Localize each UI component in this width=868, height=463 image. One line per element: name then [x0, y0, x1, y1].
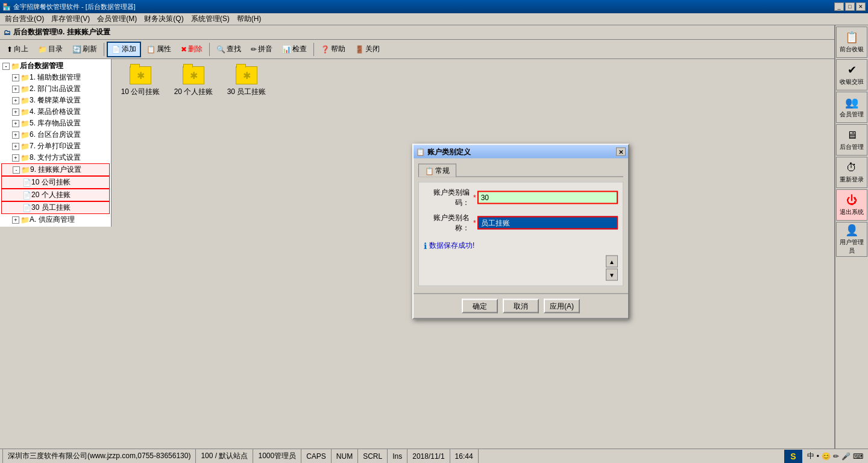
- btn-dir[interactable]: 📁 目录: [34, 42, 67, 57]
- expand-icon-6[interactable]: +: [12, 131, 19, 139]
- sidebar-label-8: 8. 支付方式设置: [30, 153, 81, 163]
- menu-help[interactable]: 帮助(H): [233, 13, 265, 25]
- name-input[interactable]: [477, 216, 618, 230]
- expand-icon-7[interactable]: +: [12, 143, 19, 150]
- btn-up[interactable]: ⬆ 向上: [2, 42, 33, 57]
- folder-item-0[interactable]: ✱ 10 公司挂账: [116, 64, 165, 99]
- tab-general[interactable]: 📋 常规: [418, 164, 456, 177]
- info-icon: ℹ: [424, 241, 427, 250]
- sidebar-item-12[interactable]: 📄 30 员工挂账: [1, 201, 110, 214]
- btn-backend[interactable]: 🖥 后台管理: [836, 124, 867, 156]
- folder-icon-2: ✱: [236, 66, 257, 84]
- sidebar-item-6[interactable]: + 📁 6. 台区台房设置: [1, 129, 110, 140]
- expand-icon-13[interactable]: +: [12, 216, 19, 224]
- expand-icon-5[interactable]: +: [12, 120, 19, 127]
- code-label: 账户类别编码：: [424, 187, 472, 208]
- sidebar-item-9[interactable]: - 📁 9. 挂账账户设置: [1, 163, 110, 176]
- menu-system[interactable]: 系统管理(S): [187, 13, 233, 25]
- sidebar-item-11[interactable]: 📄 20 个人挂账: [1, 189, 110, 201]
- confirm-button[interactable]: 确定: [462, 299, 498, 313]
- btn-check[interactable]: 📊 检查: [278, 42, 311, 57]
- close-button[interactable]: ✕: [856, 2, 866, 11]
- folder-item-1[interactable]: ✱ 20 个人挂账: [169, 64, 218, 99]
- apply-button[interactable]: 应用(A): [544, 299, 580, 313]
- cashier-label: 前台收银: [840, 45, 864, 54]
- btn-exit[interactable]: ⏻ 退出系统: [836, 189, 867, 221]
- dialog-title-bar: 📋 账户类别定义 ✕: [414, 145, 628, 159]
- sidebar-label-9: 9. 挂账账户设置: [30, 165, 81, 175]
- btn-search[interactable]: 🔍 查找: [212, 42, 245, 57]
- user-icon: 👤: [845, 224, 858, 237]
- btn-props[interactable]: 📋 属性: [142, 42, 175, 57]
- folder-label-0: 10 公司挂账: [121, 87, 160, 97]
- menu-finance[interactable]: 财务决策(Q): [140, 13, 187, 25]
- btn-refresh[interactable]: 🔄 刷新: [68, 42, 101, 57]
- sidebar-item-7[interactable]: + 📁 7. 分单打印设置: [1, 140, 110, 152]
- folder-icon-9: 📁: [21, 166, 30, 174]
- btn-cashier[interactable]: 📋 前台收银: [836, 27, 867, 58]
- shift-icon: ✔: [848, 63, 857, 77]
- title-text: 🏪 金宇招牌餐饮管理软件 - [后台数据管理器]: [2, 2, 136, 11]
- expand-icon[interactable]: -: [2, 63, 10, 70]
- folder-item-2[interactable]: ✱ 30 员工挂账: [222, 64, 271, 99]
- sidebar-tree: - 📁 后台数据管理 + 📁 1. 辅助数据管理 + 📁 2. 部门出品设置 +…: [0, 59, 112, 227]
- sidebar-label-3: 3. 餐牌菜单设置: [30, 95, 81, 106]
- sidebar-item-5[interactable]: + 📁 5. 库存物品设置: [1, 118, 110, 129]
- btn-pinyin[interactable]: ✏ 拼音: [247, 42, 277, 57]
- menu-front[interactable]: 前台营业(O): [1, 13, 48, 25]
- dialog-tab-bar: 📋 常规: [418, 163, 623, 177]
- expand-icon-8[interactable]: +: [12, 154, 19, 162]
- expand-icon-4[interactable]: +: [12, 109, 19, 116]
- status-company: 深圳市三度软件有限公司(www.jzzp.com,0755-83656130): [2, 449, 196, 463]
- user-label: 用户管理员: [838, 238, 866, 255]
- dialog-footer: 确定 取消 应用(A): [414, 294, 628, 318]
- dialog-close-button[interactable]: ✕: [616, 148, 626, 156]
- btn-delete[interactable]: ✖ 删除: [177, 42, 207, 57]
- backend-icon: 🖥: [846, 129, 857, 142]
- sidebar-item-1[interactable]: + 📁 1. 辅助数据管理: [1, 72, 110, 83]
- sidebar-label-4: 4. 菜品价格设置: [30, 107, 81, 117]
- folder-icon-4: 📁: [20, 108, 30, 116]
- scroll-down-button[interactable]: ▼: [606, 269, 618, 281]
- maximize-button[interactable]: □: [845, 2, 855, 11]
- btn-relogin[interactable]: ⏱ 重新登录: [836, 157, 867, 188]
- expand-icon-9[interactable]: -: [13, 166, 20, 174]
- cancel-button[interactable]: 取消: [503, 299, 539, 313]
- sidebar-item-3[interactable]: + 📁 3. 餐牌菜单设置: [1, 95, 110, 106]
- toolbar: ⬆ 向上 📁 目录 🔄 刷新 📄 添加 📋 属性 ✖ 删除 🔍 查找 ✏ 拼音 …: [0, 40, 868, 59]
- code-input[interactable]: [477, 191, 618, 204]
- expand-icon-1[interactable]: +: [12, 74, 19, 81]
- tree-root[interactable]: - 📁 后台数据管理: [1, 60, 110, 72]
- sidebar-label-13: A. 供应商管理: [30, 215, 75, 225]
- sidebar-item-8[interactable]: + 📁 8. 支付方式设置: [1, 152, 110, 163]
- expand-icon-3[interactable]: +: [12, 97, 19, 104]
- sidebar-item-4[interactable]: + 📁 4. 菜品价格设置: [1, 106, 110, 118]
- folder-icon: 📁: [11, 62, 20, 71]
- status-icon-1: 中: [807, 451, 814, 461]
- breadcrumb: 🗂 后台数据管理\9. 挂账账户设置: [0, 25, 868, 40]
- btn-add[interactable]: 📄 添加: [107, 42, 141, 57]
- app-title: 金宇招牌餐饮管理软件 - [后台数据管理器]: [13, 2, 136, 11]
- status-icon-5: 🎤: [841, 452, 851, 461]
- status-date: 2018/11/1: [407, 449, 450, 463]
- sidebar-item-13[interactable]: + 📁 A. 供应商管理: [1, 214, 110, 225]
- sidebar-item-2[interactable]: + 📁 2. 部门出品设置: [1, 83, 110, 95]
- window-controls: _ □ ✕: [834, 2, 866, 11]
- success-message: ℹ 数据保存成功!: [424, 238, 618, 253]
- btn-user[interactable]: 👤 用户管理员: [836, 222, 867, 257]
- btn-close-toolbar[interactable]: 🚪 关闭: [351, 42, 384, 57]
- folder-label-2: 30 员工挂账: [227, 87, 266, 97]
- minimize-button[interactable]: _: [834, 2, 844, 11]
- btn-shift[interactable]: ✔ 收银交班: [836, 59, 867, 90]
- menu-inventory[interactable]: 库存管理(V): [48, 13, 93, 25]
- scroll-up-button[interactable]: ▲: [606, 256, 618, 268]
- btn-member-mgr[interactable]: 👥 会员管理: [836, 92, 867, 123]
- menu-member[interactable]: 会员管理(M): [93, 13, 140, 25]
- sub-icon-11: 📄: [22, 191, 31, 200]
- sub-icon-10: 📄: [22, 178, 31, 187]
- folder-icon-5: 📁: [20, 119, 30, 128]
- sidebar-item-10[interactable]: 📄 10 公司挂帐: [1, 176, 110, 189]
- expand-icon-2[interactable]: +: [12, 86, 19, 93]
- breadcrumb-text: 后台数据管理\9. 挂账账户设置: [13, 27, 110, 37]
- btn-help[interactable]: ❓ 帮助: [316, 42, 350, 57]
